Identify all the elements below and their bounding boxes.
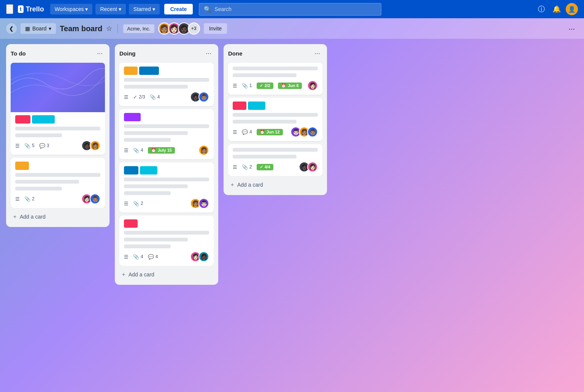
add-card-button-todo[interactable]: ＋ Add a card <box>11 211 105 222</box>
chevron-down-icon: ▾ <box>49 25 51 32</box>
doing-card-4[interactable]: ☰ 📎 4 💬 4 👩🏻 👩🏿 <box>119 216 214 266</box>
card-line <box>124 191 171 195</box>
done-card-2[interactable]: ☰ 💬 4 ⏰ Jun 12 👨🏻 👩🏽 👨🏽 <box>228 98 322 141</box>
card-comments: 💬 3 <box>39 143 49 149</box>
card-attachments: 📎 2 <box>133 201 143 206</box>
card-avatars: 👨🏻 👩🏽 👨🏽 <box>290 127 318 137</box>
label-pink <box>124 219 138 228</box>
label-blue <box>124 166 138 175</box>
checklist-icon: ✓ <box>133 94 137 100</box>
card-line <box>124 231 209 235</box>
todo-card-2[interactable]: ☰ 📎 2 👩🏻 👨🏽 <box>11 158 105 208</box>
card-line <box>124 78 209 82</box>
card-line <box>233 155 297 159</box>
label-pink <box>233 102 246 110</box>
card-labels <box>15 162 100 170</box>
navbar: ⊞ t Trello Workspaces ▾ Recent ▾ Starred… <box>0 0 584 18</box>
recent-menu[interactable]: Recent ▾ <box>95 4 125 14</box>
invite-button[interactable]: Invite <box>204 23 227 34</box>
search-input[interactable] <box>214 6 376 12</box>
card-labels <box>233 102 318 110</box>
user-avatar[interactable]: 👤 <box>566 3 578 15</box>
add-card-button-done[interactable]: ＋ Add a card <box>228 179 322 190</box>
card-attachments: 📎 4 <box>150 94 160 100</box>
card-attachments: 📎 4 <box>133 148 143 153</box>
description-icon: ☰ <box>124 94 129 100</box>
sidebar-collapse-button[interactable]: ❮ <box>6 23 17 34</box>
card-cover <box>11 63 105 112</box>
trello-logo[interactable]: t Trello <box>18 5 44 13</box>
comment-icon: 💬 <box>39 143 45 149</box>
list-done-title: Done <box>228 50 243 57</box>
card-avatars: 👩🏻 👨🏽 <box>81 194 100 204</box>
card-comments: 💬 4 <box>242 129 252 135</box>
checklist-badge: ✓ 4/4 <box>257 164 273 170</box>
notifications-icon-button[interactable]: 🔔 <box>551 3 563 15</box>
card-avatar-2: 👨🏽 <box>90 194 100 204</box>
due-date-text: Jun 12 <box>267 130 280 134</box>
card-line <box>124 178 209 181</box>
card-line <box>233 148 318 152</box>
card-line <box>233 113 318 117</box>
description-icon: ☰ <box>15 143 20 149</box>
list-done-menu[interactable]: ··· <box>312 49 322 58</box>
card-footer: ☰ 📎 2 👩🏽 👨🏻 <box>124 198 209 209</box>
card-avatars: 👩🏿 👩🏻 <box>299 162 318 172</box>
board-header: ❮ ▦ Board ▾ Team board ☆ Acme, Inc. 👩🏽 👩… <box>0 18 584 39</box>
card-footer: ☰ ✓ 2/3 📎 4 👩🏿 👨🏽 <box>124 92 209 102</box>
card-description-icon: ☰ <box>233 83 237 89</box>
card-comments: 💬 4 <box>148 254 158 260</box>
card-description-icon: ☰ <box>233 129 237 135</box>
attachment-count: 2 <box>32 196 35 202</box>
card-avatars: 👩🏿 👨🏽 <box>190 92 209 102</box>
doing-card-2[interactable]: ☰ 📎 4 ⏰ July 15 👩🏽 <box>119 109 214 159</box>
card-line <box>233 73 297 77</box>
done-card-1[interactable]: ☰ 📎 1 ✓ 2/2 ⏰ Jun 6 👩🏻 <box>228 63 322 95</box>
due-date-text: Jun 6 <box>288 83 299 88</box>
comment-icon: 💬 <box>148 254 154 260</box>
done-card-3[interactable]: ☰ 📎 2 ✓ 4/4 👩🏿 👩🏻 <box>228 144 322 176</box>
card-line <box>124 244 171 248</box>
card-avatars: 👩🏻 <box>307 80 318 91</box>
card-description-icon: ☰ <box>233 164 237 170</box>
card-footer: ☰ 📎 2 ✓ 4/4 👩🏿 👩🏻 <box>233 162 318 172</box>
chevron-down-icon: ▾ <box>85 6 88 12</box>
check-icon: ✓ <box>260 83 263 88</box>
star-button[interactable]: ☆ <box>106 24 112 33</box>
starred-menu[interactable]: Starred ▾ <box>129 4 160 14</box>
description-icon: ☰ <box>15 196 20 202</box>
more-members-badge[interactable]: +3 <box>188 22 200 35</box>
card-avatars: 👩🏿 👩🏽 <box>81 140 100 151</box>
workspace-chip[interactable]: Acme, Inc. <box>123 24 154 33</box>
nav-right: ⓘ 🔔 👤 <box>535 3 578 15</box>
comment-count: 4 <box>249 129 252 135</box>
label-cyan <box>32 115 55 124</box>
add-card-button-doing[interactable]: ＋ Add a card <box>119 269 214 280</box>
card-footer: ☰ 📎 2 👩🏻 👨🏽 <box>15 194 100 204</box>
list-todo-title: To do <box>11 50 26 57</box>
todo-card-1[interactable]: ☰ 📎 5 💬 3 👩🏿 👩🏽 <box>11 63 105 155</box>
info-icon-button[interactable]: ⓘ <box>535 3 548 15</box>
avatar-emoji: 👤 <box>568 6 576 13</box>
check-icon: ✓ <box>260 165 263 170</box>
create-button[interactable]: Create <box>164 4 193 14</box>
comment-count: 3 <box>47 143 49 148</box>
grid-icon[interactable]: ⊞ <box>6 4 13 14</box>
card-line <box>15 173 100 177</box>
workspaces-menu[interactable]: Workspaces ▾ <box>50 4 93 14</box>
card-avatar-1: 👩🏽 <box>198 145 209 156</box>
card-avatar-3: 👨🏽 <box>307 127 318 137</box>
list-doing-menu[interactable]: ··· <box>203 49 214 58</box>
list-doing-cards: ☰ ✓ 2/3 📎 4 👩🏿 👨🏽 <box>119 63 214 266</box>
checklist-badge: ✓ 2/2 <box>257 83 273 89</box>
search-bar[interactable]: 🔍 <box>199 3 381 16</box>
doing-card-1[interactable]: ☰ ✓ 2/3 📎 4 👩🏿 👨🏽 <box>119 63 214 106</box>
doing-card-3[interactable]: ☰ 📎 2 👩🏽 👨🏻 <box>119 162 214 213</box>
checklist-text: 4/4 <box>265 165 270 169</box>
attachment-count: 4 <box>141 254 143 259</box>
label-yellow <box>15 162 29 170</box>
card-checklist: ✓ 2/3 <box>133 94 145 100</box>
list-todo-menu[interactable]: ··· <box>95 49 105 58</box>
board-more-button[interactable]: ··· <box>565 23 578 35</box>
board-view-button[interactable]: ▦ Board ▾ <box>21 23 56 34</box>
